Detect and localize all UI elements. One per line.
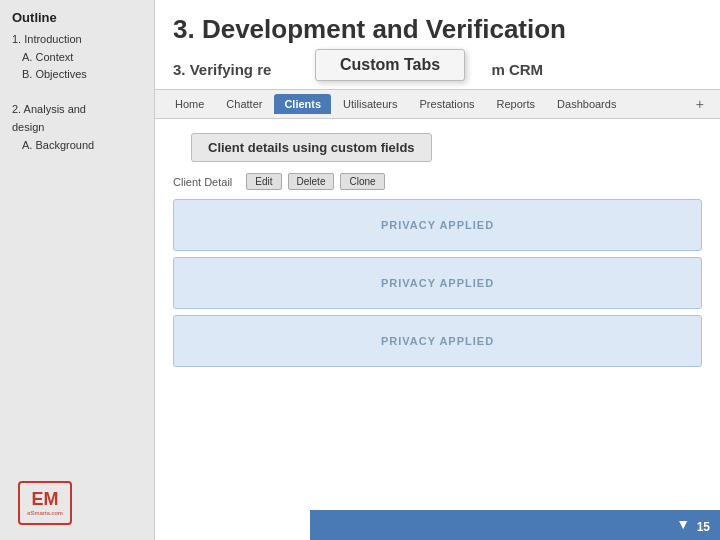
logo-em-text: EM <box>32 490 59 508</box>
client-toolbar: Client Detail Edit Delete Clone <box>155 170 720 193</box>
privacy-text-1: PRIVACY APPLIED <box>381 219 494 231</box>
delete-button[interactable]: Delete <box>288 173 335 190</box>
sidebar-item-1a: A. Context <box>12 49 142 67</box>
custom-tabs-label: Custom Tabs <box>340 56 440 73</box>
logo-box: EM eSmarta.com <box>18 481 72 525</box>
outline-title: Outline <box>12 10 142 25</box>
privacy-section-1: PRIVACY APPLIED <box>173 199 702 251</box>
sidebar-item-1: 1. Introduction <box>12 31 142 49</box>
crm-nav-bar: Home Chatter Clients Utilisateurs Presta… <box>155 89 720 119</box>
sidebar-item-spacer <box>12 84 142 102</box>
privacy-section-3: PRIVACY APPLIED <box>173 315 702 367</box>
sidebar-item-2a: design <box>12 119 142 137</box>
clone-button[interactable]: Clone <box>340 173 384 190</box>
client-detail-label: Client Detail <box>173 176 232 188</box>
sidebar: Outline 1. Introduction A. Context B. Ob… <box>0 0 155 540</box>
main-heading: 3. Development and Verification <box>155 0 720 51</box>
nav-utilisateurs[interactable]: Utilisateurs <box>333 94 407 114</box>
edit-button[interactable]: Edit <box>246 173 281 190</box>
nav-add-button[interactable]: + <box>690 94 710 114</box>
privacy-section-2: PRIVACY APPLIED <box>173 257 702 309</box>
sub-heading-suffix: m CRM <box>491 61 543 78</box>
sidebar-item-2: 2. Analysis and <box>12 101 142 119</box>
sidebar-item-1b: B. Objectives <box>12 66 142 84</box>
sub-heading-row: 3. Verifying re Custom Tabs m CRM <box>155 51 720 87</box>
nav-clients[interactable]: Clients <box>274 94 331 114</box>
nav-chatter[interactable]: Chatter <box>216 94 272 114</box>
client-details-banner: Client details using custom fields <box>191 133 432 162</box>
logo-area: EM eSmarta.com <box>10 475 80 530</box>
logo-sub-text: eSmarta.com <box>27 510 63 516</box>
nav-prestations[interactable]: Prestations <box>410 94 485 114</box>
scroll-down-icon: ▼ <box>676 516 690 532</box>
nav-home[interactable]: Home <box>165 94 214 114</box>
sidebar-item-2b: A. Background <box>12 137 142 155</box>
privacy-text-2: PRIVACY APPLIED <box>381 277 494 289</box>
privacy-text-3: PRIVACY APPLIED <box>381 335 494 347</box>
nav-reports[interactable]: Reports <box>487 94 546 114</box>
bottom-bar: ▼ 15 <box>310 510 720 540</box>
custom-tabs-popup[interactable]: Custom Tabs <box>315 49 465 81</box>
nav-dashboards[interactable]: Dashboards <box>547 94 626 114</box>
sub-heading-prefix: 3. Verifying re <box>173 61 271 78</box>
page-number: 15 <box>697 520 710 534</box>
main-content: 3. Development and Verification 3. Verif… <box>155 0 720 540</box>
